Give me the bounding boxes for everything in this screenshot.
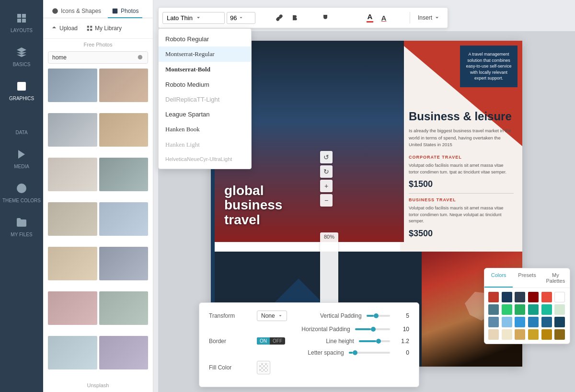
color-swatch[interactable] — [515, 292, 525, 302]
transform-label: Transform — [209, 312, 257, 319]
color-swatch[interactable] — [554, 304, 565, 315]
photo-item[interactable] — [99, 202, 149, 236]
settings-button[interactable] — [392, 11, 406, 24]
font-option-roboto-regular[interactable]: Roboto Regular — [159, 32, 251, 46]
photo-item[interactable] — [99, 291, 149, 325]
underline-button[interactable] — [319, 11, 332, 24]
line-height-row: Border ON OFF Line height 1.2 — [209, 337, 409, 345]
font-option-helvetica-neue[interactable]: HelveticaNeueCyr-UltraLight — [159, 152, 251, 166]
font-option-roboto-medium[interactable]: Roboto Medium — [159, 77, 251, 92]
border-toggle[interactable]: ON OFF — [257, 337, 285, 345]
panel-tabs: Icons & Shapes Photos — [43, 0, 153, 18]
photo-item[interactable] — [99, 247, 149, 280]
color-swatch[interactable] — [502, 329, 512, 340]
photo-item[interactable] — [99, 158, 149, 191]
svg-point-11 — [19, 186, 24, 191]
unsplash-label: Unsplash — [43, 379, 153, 392]
italic-button[interactable] — [303, 11, 317, 24]
my-library-button[interactable]: My Library — [83, 23, 125, 34]
color-swatch[interactable] — [528, 317, 539, 327]
text-bg-button[interactable]: A — [377, 11, 391, 24]
font-option-montserrat-bold[interactable]: Montserrat-Bold — [159, 62, 251, 77]
fill-color-picker[interactable] — [257, 361, 270, 374]
horizontal-padding-slider[interactable] — [355, 328, 390, 330]
zoom-out-button[interactable]: − — [320, 194, 333, 207]
color-swatch[interactable] — [541, 317, 552, 327]
photo-item[interactable] — [48, 158, 97, 191]
color-swatch[interactable] — [554, 317, 565, 327]
font-size-selector[interactable]: 96 — [227, 12, 255, 24]
color-swatch[interactable] — [515, 329, 525, 340]
color-swatch[interactable] — [488, 304, 499, 315]
doc-headline: Business & leisure — [409, 110, 514, 123]
align-button[interactable] — [334, 11, 347, 24]
sidebar-item-theme-colors[interactable]: THEME COLORS — [0, 175, 43, 209]
canvas-controls: ↺ ↻ + − — [320, 151, 333, 207]
color-swatch[interactable] — [502, 304, 512, 315]
color-swatch[interactable] — [541, 292, 552, 302]
color-swatch[interactable] — [488, 292, 499, 302]
link-button[interactable] — [273, 11, 286, 24]
color-swatch[interactable] — [541, 304, 552, 315]
doc-section2-body: Volutpat odio facilisis mauris sit amet … — [409, 205, 514, 225]
color-panel-tab-presets[interactable]: Presets — [513, 268, 541, 288]
photo-item[interactable] — [99, 336, 149, 369]
sidebar-item-media[interactable]: MEDIA — [0, 141, 43, 175]
sidebar-item-graphics[interactable]: GRAPHICS — [0, 73, 43, 107]
undo-button[interactable]: ↺ — [320, 151, 333, 163]
list-button[interactable] — [349, 11, 363, 24]
color-swatch[interactable] — [528, 304, 539, 315]
font-option-montserrat-regular[interactable]: Montserrat-Regular — [159, 46, 251, 62]
color-swatch[interactable] — [515, 304, 525, 315]
letter-spacing-slider[interactable] — [349, 352, 390, 354]
insert-button[interactable]: Insert — [414, 12, 444, 23]
font-option-dell-replica[interactable]: DellReplicaTT-Light — [159, 92, 251, 107]
color-swatch[interactable] — [554, 292, 565, 302]
photo-item[interactable] — [48, 202, 97, 236]
font-option-hanken-light[interactable]: Hanken Light — [159, 137, 251, 152]
photo-item[interactable] — [48, 291, 97, 325]
transform-select[interactable]: None — [257, 311, 287, 321]
photo-item[interactable] — [99, 69, 149, 102]
search-input[interactable] — [52, 54, 137, 61]
svg-rect-0 — [17, 14, 21, 18]
color-panel-tabs: Colors Presets My Palettes — [484, 268, 570, 288]
sidebar-item-data[interactable]: DATA — [0, 107, 43, 141]
color-swatch[interactable] — [528, 329, 539, 340]
color-swatch[interactable] — [554, 329, 565, 340]
color-swatch[interactable] — [488, 317, 499, 327]
text-color-button[interactable]: A — [365, 12, 375, 23]
tab-icons-shapes[interactable]: Icons & Shapes — [48, 5, 105, 18]
sidebar-item-my-files[interactable]: MY FILES — [0, 209, 43, 243]
color-panel-tab-colors[interactable]: Colors — [484, 268, 513, 288]
color-swatch[interactable] — [502, 292, 512, 302]
photo-item[interactable] — [48, 247, 97, 280]
font-option-hanken-book[interactable]: Hanken Book — [159, 122, 251, 137]
color-swatch[interactable] — [515, 317, 525, 327]
photo-item[interactable] — [48, 69, 97, 102]
photo-item[interactable] — [48, 113, 97, 147]
sidebar-item-basics[interactable]: BASICS — [0, 39, 43, 73]
doc-right-text-panel: Business & leisure Is already the bigges… — [400, 41, 522, 239]
library-icon — [86, 25, 93, 32]
vertical-padding-slider[interactable] — [367, 315, 390, 317]
bold-button[interactable] — [288, 11, 301, 24]
upload-button[interactable]: Upload — [48, 23, 80, 34]
zoom-in-button[interactable]: + — [320, 180, 333, 192]
photo-item[interactable] — [99, 113, 149, 147]
color-swatch[interactable] — [528, 292, 539, 302]
color-swatch[interactable] — [541, 329, 552, 340]
font-selector[interactable]: Lato Thin — [162, 12, 225, 24]
tab-photos[interactable]: Photos — [108, 5, 142, 18]
plus-button[interactable] — [257, 11, 271, 24]
line-height-slider[interactable] — [359, 340, 390, 342]
color-swatch[interactable] — [502, 317, 512, 327]
color-swatch[interactable] — [488, 329, 499, 340]
font-option-league-spartan[interactable]: League Spartan — [159, 107, 251, 122]
color-panel-tab-my-palettes[interactable]: My Palettes — [541, 268, 570, 288]
photo-item[interactable] — [48, 336, 97, 369]
letter-spacing-label: Letter spacing — [308, 349, 344, 356]
sidebar-item-layouts[interactable]: LAYOUTS — [0, 5, 43, 39]
search-bar[interactable] — [48, 51, 148, 64]
redo-button[interactable]: ↻ — [320, 165, 333, 178]
